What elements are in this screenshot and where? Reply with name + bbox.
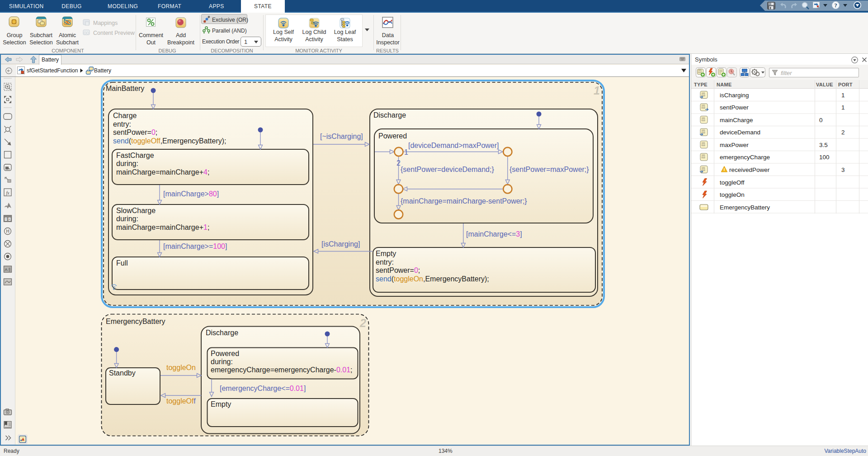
svg-text:F: F <box>9 218 10 221</box>
svg-text:mainCharge: mainCharge <box>720 117 753 124</box>
svg-text:fx: fx <box>6 190 9 195</box>
svg-text:2: 2 <box>396 159 401 167</box>
svg-text:[~isCharging]: [~isCharging] <box>320 133 363 140</box>
svg-text:[deviceDemand>maxPower]: [deviceDemand>maxPower] <box>408 142 499 149</box>
svg-text:[isCharging]: [isCharging] <box>321 240 360 248</box>
svg-text:send(toggleOn,EmergencyBattery: send(toggleOn,EmergencyBattery); <box>376 275 489 283</box>
svg-text:[emergencyCharge<=0.01]: [emergencyCharge<=0.01] <box>220 385 306 392</box>
svg-text:010: 010 <box>702 144 706 147</box>
svg-text:Discharge: Discharge <box>206 329 238 337</box>
svg-text:during:: during: <box>116 160 138 167</box>
svg-text:1: 1 <box>841 92 845 99</box>
svg-text:3: 3 <box>841 166 845 173</box>
svg-text:EmergencyBattery: EmergencyBattery <box>106 318 165 325</box>
svg-text:H: H <box>6 229 9 234</box>
svg-text:receivedPower: receivedPower <box>729 166 770 173</box>
svg-text:FastCharge: FastCharge <box>116 152 154 159</box>
svg-text:emergencyCharge: emergencyCharge <box>720 154 770 161</box>
svg-text:1: 1 <box>594 84 600 97</box>
svg-text:sentPower: sentPower <box>720 104 749 111</box>
svg-text:A: A <box>5 267 7 272</box>
svg-text:send(toggleOff,EmergencyBatter: send(toggleOff,EmergencyBattery); <box>113 137 226 145</box>
svg-text:010: 010 <box>702 119 706 122</box>
svg-text:{sentPower=deviceDemand;}: {sentPower=deviceDemand;} <box>401 166 494 173</box>
svg-text:0: 0 <box>819 117 823 124</box>
svg-text:toggleOn: toggleOn <box>720 191 745 198</box>
svg-text:toggleOff: toggleOff <box>720 179 745 186</box>
svg-text:sentPower=0;: sentPower=0; <box>113 128 157 136</box>
svg-text:{sentPower=maxPower;}: {sentPower=maxPower;} <box>509 166 589 173</box>
svg-text:SlowCharge: SlowCharge <box>116 207 156 214</box>
svg-text:3.5: 3.5 <box>819 142 828 148</box>
svg-text:010: 010 <box>702 107 706 109</box>
svg-text:Full: Full <box>116 259 128 267</box>
svg-text:010: 010 <box>702 157 706 159</box>
svg-text:[mainCharge>80]: [mainCharge>80] <box>163 190 219 198</box>
svg-text:Empty: Empty <box>211 400 231 408</box>
svg-text:maxPower: maxPower <box>720 142 749 148</box>
svg-text:{mainCharge=mainCharge-sentPow: {mainCharge=mainCharge-sentPower;} <box>401 197 527 205</box>
svg-text:1: 1 <box>404 148 408 156</box>
svg-text:?: ? <box>834 2 837 9</box>
svg-text:EmergencyBattery: EmergencyBattery <box>720 204 770 211</box>
svg-text:Empty: Empty <box>376 250 396 257</box>
svg-text:during:: during: <box>211 358 233 366</box>
svg-text:Powered: Powered <box>211 350 239 357</box>
svg-text:Charge: Charge <box>113 112 137 119</box>
svg-text:deviceDemand: deviceDemand <box>720 129 760 136</box>
svg-text:2: 2 <box>841 129 845 136</box>
svg-text:2: 2 <box>359 317 366 329</box>
svg-text:Standby: Standby <box>109 369 136 377</box>
svg-text:mainCharge=mainCharge+1;: mainCharge=mainCharge+1; <box>116 223 209 231</box>
svg-text:T: T <box>5 218 7 221</box>
svg-text:sentPower=0;: sentPower=0; <box>376 266 420 274</box>
svg-text:[mainCharge<=3]: [mainCharge<=3] <box>466 230 522 238</box>
svg-text:Powered: Powered <box>378 132 407 140</box>
svg-text:during:: during: <box>116 215 138 223</box>
svg-text:1: 1 <box>841 104 845 111</box>
svg-text:!: ! <box>723 167 725 172</box>
svg-text:100: 100 <box>819 154 830 161</box>
svg-text:isCharging: isCharging <box>720 92 749 99</box>
svg-text:emergencyCharge=emergencyCharg: emergencyCharge=emergencyCharge-0.01; <box>211 366 353 374</box>
svg-text:MainBattery: MainBattery <box>106 85 144 92</box>
svg-text:entry:: entry: <box>376 258 394 266</box>
svg-text:entry:: entry: <box>113 120 131 128</box>
svg-text:toggleOn: toggleOn <box>166 364 196 371</box>
svg-text:mainCharge=mainCharge+4;: mainCharge=mainCharge+4; <box>116 168 209 176</box>
svg-text:toggleOff: toggleOff <box>166 397 196 405</box>
svg-text:[mainCharge>=100]: [mainCharge>=100] <box>163 242 227 250</box>
svg-text:Discharge: Discharge <box>373 111 406 119</box>
